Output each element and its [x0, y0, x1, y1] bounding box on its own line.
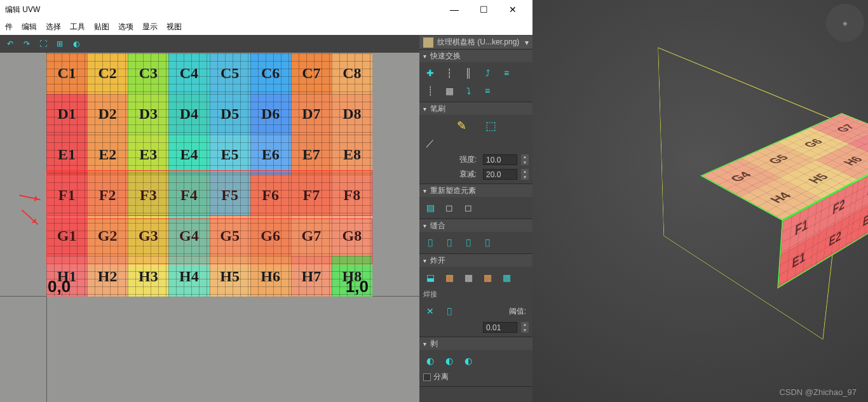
stitch-tool-3[interactable]: ⌷: [461, 236, 475, 250]
quick-tool-1[interactable]: ✚: [423, 66, 437, 80]
menu-options[interactable]: 选项: [118, 22, 133, 32]
menu-view[interactable]: 视图: [166, 22, 182, 32]
section-header-stitch[interactable]: ▾缝合: [419, 219, 532, 232]
brush-tool-2[interactable]: ⬚: [484, 119, 498, 133]
spinner-arrows[interactable]: ▲▼: [521, 154, 529, 165]
3d-viewport[interactable]: ◈ G4G5G6G7H4H5H6H7 F1F2F3F4E1E2E3E4 G4F4…: [532, 0, 868, 402]
menu-tools[interactable]: 工具: [70, 22, 85, 32]
explode-tool-5[interactable]: ▦: [499, 271, 513, 285]
quick-tool-4[interactable]: ⤴: [480, 66, 494, 80]
undo-button[interactable]: ↶: [3, 36, 18, 51]
section-brush: ▾笔刷 ✎ ⬚ ／ 强度: 10.0 ▲▼ 衰减: 20.0 ▲▼: [419, 102, 532, 184]
uv-cell-E8: E8: [332, 135, 372, 175]
brush-tool-1[interactable]: ✎: [454, 119, 468, 133]
explode-tool-1[interactable]: ⬓: [423, 271, 437, 285]
texture-name: 纹理棋盘格 (U...ker.png): [437, 37, 521, 48]
uv-cell-C6: C6: [250, 53, 291, 94]
peel-tool-2[interactable]: ◐: [442, 354, 456, 368]
uv-cell-E4: E4: [168, 135, 209, 175]
menu-file[interactable]: 件: [5, 22, 13, 32]
section-reshape: ▾重新塑造元素 ▤ ◻ ◻: [419, 184, 532, 219]
reshape-tool-3[interactable]: ◻: [461, 201, 475, 215]
section-header-explode[interactable]: ▾炸开: [419, 254, 532, 267]
section-header-peel[interactable]: ▾剥: [419, 337, 532, 350]
uv-cell-C5: C5: [210, 53, 250, 94]
menubar: 件 编辑 选择 工具 贴图 选项 显示 视图: [0, 19, 532, 35]
menu-display[interactable]: 显示: [142, 22, 158, 32]
maximize-button[interactable]: ☐: [469, 0, 498, 19]
uv-cell-C8: C8: [332, 53, 372, 94]
menu-select[interactable]: 选择: [46, 22, 61, 32]
section-peel: ▾剥 ◐ ◐ ◐ 分离: [419, 337, 532, 387]
select-tool-2[interactable]: ⊞: [52, 36, 67, 51]
spinner-arrows[interactable]: ▲▼: [521, 322, 529, 333]
explode-tool-3[interactable]: ▦: [461, 271, 475, 285]
spinner-arrows[interactable]: ▲▼: [521, 169, 529, 180]
uv-cell-E6: E6: [250, 135, 291, 175]
section-stitch: ▾缝合 ⌷ ⌷ ⌷ ⌷: [419, 219, 532, 254]
chevron-down-icon: ▾: [525, 38, 529, 47]
uv-cell-D7: D7: [291, 94, 332, 135]
peel-tool-3[interactable]: ◐: [461, 354, 475, 368]
uv-cell-E3: E3: [128, 135, 168, 175]
weld-label: 焊接: [423, 288, 529, 300]
uv-cell-D8: D8: [332, 94, 372, 135]
quick-tool-9[interactable]: ≡: [480, 84, 494, 98]
stitch-tool-4[interactable]: ⌷: [480, 236, 494, 250]
quick-tool-8[interactable]: ⤵: [461, 84, 475, 98]
separate-checkbox[interactable]: 分离: [423, 372, 529, 382]
section-header-brush[interactable]: ▾笔刷: [419, 102, 532, 115]
uv-cell-D4: D4: [168, 94, 209, 135]
falloff-spinner[interactable]: 衰减: 20.0 ▲▼: [423, 169, 529, 180]
stitch-tool-2[interactable]: ⌷: [442, 236, 456, 250]
stitch-tool-1[interactable]: ⌷: [423, 236, 437, 250]
uv-cell-E5: E5: [210, 135, 250, 175]
quick-tool-6[interactable]: ┊: [423, 84, 437, 98]
threshold-spinner[interactable]: 阈值:: [461, 306, 529, 317]
weld-tool-2[interactable]: ⌷: [442, 304, 456, 318]
select-tool-1[interactable]: ⛶: [36, 36, 51, 51]
brush-line-icon[interactable]: ／: [423, 137, 437, 151]
minimize-button[interactable]: —: [440, 0, 469, 19]
uv-cell-C7: C7: [291, 53, 332, 94]
viewcube-icon[interactable]: ◈: [826, 4, 864, 42]
redo-button[interactable]: ↷: [19, 36, 34, 51]
watermark: CSDN @Zhichao_97: [779, 387, 857, 397]
uv-cell-D3: D3: [128, 94, 168, 135]
weld-tool-1[interactable]: ✕: [423, 304, 437, 318]
uv-cell-D6: D6: [250, 94, 291, 135]
quick-tool-3[interactable]: ║: [461, 66, 475, 80]
uv-cell-E1: E1: [46, 135, 87, 175]
annotation-arrow-1: [19, 194, 41, 200]
uv-cell-D2: D2: [87, 94, 128, 135]
window-title: 编辑 UVW: [5, 4, 440, 15]
uv-cell-D5: D5: [210, 94, 250, 135]
rollout-panel: 纹理棋盘格 (U...ker.png) ▾ ▾快速交换 ✚ ┆ ║ ⤴ ≡ ┊ …: [419, 36, 532, 402]
peel-tool-1[interactable]: ◐: [423, 354, 437, 368]
section-header-reshape[interactable]: ▾重新塑造元素: [419, 184, 532, 197]
section-header-quick[interactable]: ▾快速交换: [419, 50, 532, 62]
uv-cell-E2: E2: [87, 135, 128, 175]
one-label: 1,0: [346, 277, 369, 297]
texture-dropdown[interactable]: 纹理棋盘格 (U...ker.png) ▾: [419, 36, 532, 50]
explode-tool-4[interactable]: ▦: [480, 271, 494, 285]
menu-map[interactable]: 贴图: [94, 22, 109, 32]
menu-edit[interactable]: 编辑: [22, 22, 37, 32]
uv-cell-D1: D1: [46, 94, 87, 135]
quick-tool-5[interactable]: ≡: [499, 66, 513, 80]
reshape-tool-1[interactable]: ▤: [423, 201, 437, 215]
strength-spinner[interactable]: 强度: 10.0 ▲▼: [423, 154, 529, 165]
explode-tool-2[interactable]: ▦: [442, 271, 456, 285]
uv-cell-C2: C2: [87, 53, 128, 94]
section-quick: ▾快速交换 ✚ ┆ ║ ⤴ ≡ ┊ ▦ ⤵ ≡: [419, 50, 532, 102]
origin-label: 0,0: [48, 277, 71, 297]
close-button[interactable]: ✕: [498, 0, 527, 19]
selection-row-g: [46, 218, 372, 264]
mode-button[interactable]: ◐: [69, 36, 84, 51]
quick-tool-7[interactable]: ▦: [442, 84, 456, 98]
uv-cell-C3: C3: [128, 53, 168, 94]
quick-tool-2[interactable]: ┆: [442, 66, 456, 80]
reshape-tool-2[interactable]: ◻: [442, 201, 456, 215]
titlebar: 编辑 UVW — ☐ ✕: [0, 0, 532, 19]
uv-cell-C4: C4: [168, 53, 209, 94]
